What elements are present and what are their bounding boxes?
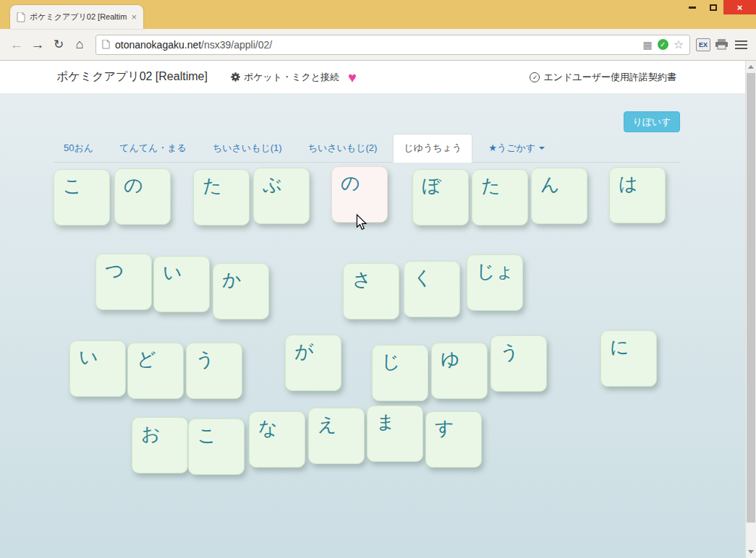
page-header: ポケミクアプリ02 [Realtime] ポケット・ミクと接続 ♥ ✓ エンドユ…	[0, 61, 756, 94]
url-text[interactable]: otonanokagaku.net/nsx39/appli/02/	[115, 39, 642, 51]
app-content: りぼいす 50おんてんてん・まるちいさいもじ(1)ちいさいもじ(2)じゆうちょう…	[0, 94, 756, 558]
key-label: じ	[381, 349, 401, 374]
tab-title: ポケミクアプリ02 [Realtime]	[30, 12, 127, 22]
omnibox-icons: ▦ ✓ ☆	[642, 38, 684, 51]
key-label: ゆ	[441, 347, 460, 372]
key-label: に	[610, 335, 629, 360]
hiragana-key[interactable]: く	[404, 261, 460, 317]
tab-close-icon[interactable]: ×	[131, 12, 137, 22]
hiragana-key[interactable]: さ	[343, 263, 399, 319]
window-controls: ×	[681, 0, 756, 14]
hiragana-key[interactable]: う	[186, 343, 242, 399]
hiragana-key[interactable]: つ	[95, 254, 152, 310]
key-label: な	[258, 416, 278, 441]
hiragana-key[interactable]: こ	[188, 418, 245, 475]
page-favicon-icon	[17, 12, 25, 22]
key-label: え	[318, 412, 337, 437]
bookmark-star-icon[interactable]: ☆	[674, 38, 684, 51]
hiragana-key[interactable]: い	[69, 340, 126, 397]
key-label: は	[619, 171, 638, 197]
mouse-cursor	[356, 214, 368, 231]
hiragana-key[interactable]: た	[193, 169, 250, 226]
key-layer: このたぶのぼたんはついかさくじょいどうがじゆうにおこなえます	[0, 94, 756, 558]
home-icon[interactable]: ⌂	[70, 37, 89, 52]
key-label: ぶ	[263, 172, 282, 197]
maximize-button[interactable]	[702, 0, 723, 14]
browser-tab[interactable]: ポケミクアプリ02 [Realtime] ×	[10, 5, 143, 29]
key-label: が	[294, 339, 314, 364]
hiragana-key[interactable]: ぼ	[412, 169, 469, 226]
connect-label: ポケット・ミクと接続	[244, 71, 339, 84]
grid-icon[interactable]: ▦	[642, 39, 652, 51]
hiragana-key[interactable]: に	[600, 330, 657, 387]
heart-icon: ♥	[348, 70, 357, 85]
key-label: さ	[352, 267, 372, 293]
hiragana-key[interactable]: こ	[54, 169, 110, 226]
eula-label: エンドユーザー使用許諾契約書	[543, 71, 676, 84]
close-window-button[interactable]: ×	[723, 0, 756, 14]
gear-icon	[231, 72, 240, 82]
hiragana-key[interactable]: う	[490, 335, 547, 392]
key-label: つ	[105, 258, 124, 283]
scroll-up-icon[interactable]	[746, 61, 756, 73]
browser-toolbar: ← → ↻ ⌂ otonanokagaku.net/nsx39/appli/02…	[0, 29, 756, 61]
hiragana-key[interactable]: の	[114, 168, 171, 225]
minimize-icon	[689, 7, 696, 9]
key-label: ん	[540, 172, 560, 197]
hiragana-key[interactable]: ま	[367, 405, 423, 462]
printer-icon[interactable]	[715, 39, 728, 50]
hiragana-key[interactable]: い	[153, 256, 210, 312]
key-label: ぼ	[422, 173, 441, 199]
scroll-down-icon[interactable]	[746, 546, 756, 558]
browser-window: ポケミクアプリ02 [Realtime] × × ← → ↻ ⌂ otonano…	[0, 0, 756, 558]
key-label: た	[203, 173, 222, 199]
hiragana-key[interactable]: じょ	[467, 254, 523, 311]
key-label: う	[195, 347, 215, 372]
hiragana-key[interactable]: た	[472, 169, 528, 226]
key-label: お	[141, 421, 161, 447]
address-bar[interactable]: otonanokagaku.net/nsx39/appli/02/ ▦ ✓ ☆	[95, 35, 690, 55]
hiragana-key[interactable]: え	[308, 408, 365, 464]
hiragana-key[interactable]: ん	[531, 168, 587, 224]
hiragana-key[interactable]: お	[132, 417, 188, 473]
page: ポケミクアプリ02 [Realtime] ポケット・ミクと接続 ♥ ✓ エンドユ…	[0, 61, 756, 558]
key-label: こ	[63, 173, 82, 199]
hiragana-key[interactable]: ぶ	[253, 168, 310, 224]
key-label: の	[124, 173, 143, 198]
hiragana-key[interactable]: か	[213, 263, 269, 319]
key-label: う	[500, 340, 519, 365]
menu-icon[interactable]	[734, 38, 749, 52]
window-titlebar: ポケミクアプリ02 [Realtime] × ×	[0, 0, 756, 29]
key-label: ま	[376, 410, 396, 435]
hiragana-key[interactable]: ど	[127, 343, 184, 399]
key-label: か	[222, 267, 242, 293]
hiragana-key[interactable]: が	[285, 335, 341, 391]
key-label: く	[413, 265, 433, 291]
url-domain: otonanokagaku.net	[115, 39, 201, 51]
hiragana-key[interactable]: す	[425, 411, 482, 468]
hiragana-key[interactable]: ゆ	[431, 343, 488, 399]
eula-link[interactable]: ✓ エンドユーザー使用許諾契約書	[530, 71, 676, 84]
hiragana-key[interactable]: な	[249, 411, 305, 468]
key-label: じょ	[476, 259, 514, 284]
back-icon[interactable]: ←	[7, 37, 26, 53]
refresh-icon[interactable]: ↻	[49, 37, 68, 52]
forward-icon[interactable]: →	[28, 37, 47, 53]
key-label: い	[163, 260, 182, 286]
scrollbar-thumb[interactable]	[747, 73, 755, 523]
connect-link[interactable]: ポケット・ミクと接続	[231, 71, 339, 84]
url-path: /nsx39/appli/02/	[201, 39, 272, 51]
page-icon	[102, 40, 110, 49]
eula-check-icon: ✓	[530, 72, 540, 82]
key-label: た	[481, 173, 501, 199]
key-label: い	[79, 345, 98, 370]
scrollbar[interactable]	[745, 61, 756, 558]
hiragana-key[interactable]: じ	[372, 345, 428, 401]
app-title: ポケミクアプリ02 [Realtime]	[56, 69, 208, 85]
security-check-icon[interactable]: ✓	[658, 39, 668, 50]
extension-badge[interactable]: EX	[696, 38, 710, 51]
minimize-button[interactable]	[681, 0, 702, 14]
key-label: こ	[198, 423, 217, 448]
key-label: す	[435, 416, 454, 441]
hiragana-key[interactable]: は	[609, 167, 666, 223]
